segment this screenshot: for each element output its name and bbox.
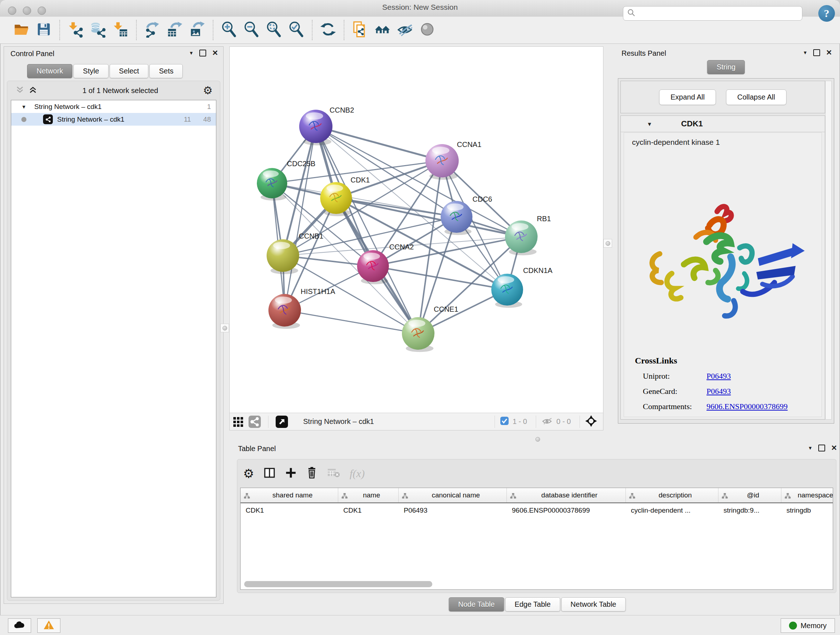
new-network-from-selection-button[interactable] xyxy=(349,19,371,41)
hidden-eye-icon[interactable] xyxy=(541,416,553,428)
zoom-out-button[interactable] xyxy=(240,19,263,41)
tab-string[interactable]: String xyxy=(707,60,745,74)
help-button[interactable]: ? xyxy=(818,5,835,22)
network-edge[interactable] xyxy=(316,126,442,161)
zoom-selected-button[interactable] xyxy=(285,19,308,41)
table-cell[interactable]: CDK1 xyxy=(338,503,399,518)
zoom-in-button[interactable] xyxy=(218,19,240,41)
hide-selection-button[interactable] xyxy=(393,19,416,41)
network-share-icon[interactable] xyxy=(246,415,263,429)
entry-collapse-icon[interactable]: ▼ xyxy=(647,121,652,127)
panel-close-icon[interactable]: ✕ xyxy=(826,50,832,55)
bottom-splitter-handle[interactable] xyxy=(534,435,542,443)
network-node-RB1[interactable]: RB1 xyxy=(505,215,551,255)
crosslink-link[interactable]: P06493 xyxy=(706,386,731,396)
tab-network[interactable]: Network xyxy=(27,64,73,78)
table-cell[interactable]: stringdb:9... xyxy=(718,503,782,518)
panel-float-icon[interactable] xyxy=(818,445,825,451)
open-in-window-icon[interactable] xyxy=(273,415,290,429)
show-columns-icon[interactable] xyxy=(264,467,276,480)
network-node-CCNE1[interactable]: CCNE1 xyxy=(402,305,458,352)
delete-columns-icon[interactable] xyxy=(306,467,317,480)
table-cell[interactable]: P06493 xyxy=(399,503,507,518)
results-scrollbar[interactable] xyxy=(825,81,832,420)
tab-sets[interactable]: Sets xyxy=(149,64,183,78)
search-field[interactable] xyxy=(623,6,802,21)
left-splitter-handle[interactable] xyxy=(220,324,229,333)
export-image-button[interactable] xyxy=(186,19,208,41)
show-all-button[interactable] xyxy=(416,19,439,41)
first-neighbors-button[interactable] xyxy=(371,19,393,41)
column-header-@id[interactable]: @id xyxy=(718,488,782,502)
collapse-all-networks-icon[interactable] xyxy=(28,85,38,96)
import-network-file-button[interactable] xyxy=(65,19,87,41)
right-splitter-handle[interactable] xyxy=(603,239,612,248)
panel-menu-icon[interactable]: ▼ xyxy=(808,445,813,451)
table-cell[interactable]: 9606.ENSP00000378699 xyxy=(507,503,626,518)
panel-close-icon[interactable]: ✕ xyxy=(212,50,218,56)
export-network-button[interactable] xyxy=(141,19,164,41)
import-network-database-button[interactable] xyxy=(87,19,109,41)
column-header-database-identifier[interactable]: database identifier xyxy=(507,488,626,502)
hidden-count: 0 - 0 xyxy=(556,417,571,426)
network-node-CCNA1[interactable]: CCNA1 xyxy=(425,141,482,180)
crosslink-link[interactable]: 9606.ENSP00000378699 xyxy=(706,402,788,411)
network-node-CCNB2[interactable]: CCNB2 xyxy=(299,106,354,145)
table-horizontal-scrollbar[interactable] xyxy=(244,581,432,587)
birds-eye-view-icon[interactable] xyxy=(585,415,597,429)
network-edge[interactable] xyxy=(373,237,521,266)
network-node-HIST1H1A[interactable]: HIST1H1A xyxy=(268,287,335,329)
network-node-CDKN1A[interactable]: CDKN1A xyxy=(491,266,553,308)
network-node-CDK1[interactable]: CDK1 xyxy=(320,176,370,216)
search-input[interactable] xyxy=(638,9,798,18)
import-table-button[interactable] xyxy=(109,19,132,41)
memory-button[interactable]: Memory xyxy=(781,618,835,633)
selected-checkbox[interactable] xyxy=(500,416,509,427)
apply-layout-button[interactable] xyxy=(317,19,339,41)
column-header-namespace[interactable]: namespace xyxy=(782,488,833,502)
network-edge[interactable] xyxy=(316,126,521,237)
panel-float-icon[interactable] xyxy=(199,50,206,57)
entry-header[interactable]: ▼ CDK1 xyxy=(621,116,825,132)
tab-network-table[interactable]: Network Table xyxy=(561,597,625,611)
panel-float-icon[interactable] xyxy=(813,49,820,56)
column-header-canonical-name[interactable]: canonical name xyxy=(399,488,507,502)
column-header-shared-name[interactable]: shared name xyxy=(240,488,338,502)
grid-view-icon[interactable] xyxy=(230,415,246,429)
tab-node-table[interactable]: Node Table xyxy=(449,597,504,611)
panel-menu-icon[interactable]: ▼ xyxy=(189,50,194,56)
tab-style[interactable]: Style xyxy=(73,64,108,78)
table-cell[interactable]: CDK1 xyxy=(240,503,338,518)
panel-menu-icon[interactable]: ▼ xyxy=(803,50,807,55)
open-session-button[interactable] xyxy=(10,19,33,41)
collapse-all-button[interactable]: Collapse All xyxy=(726,89,786,105)
network-edge[interactable] xyxy=(336,198,521,237)
network-edge[interactable] xyxy=(316,126,418,333)
panel-close-icon[interactable]: ✕ xyxy=(831,445,837,451)
network-edge[interactable] xyxy=(285,126,316,310)
create-column-icon[interactable] xyxy=(285,467,297,480)
crosslink-link[interactable]: P06493 xyxy=(706,371,731,381)
column-header-name[interactable]: name xyxy=(338,488,399,502)
column-header-label: @id xyxy=(747,491,759,499)
network-canvas[interactable]: CCNB2CCNA1CDC25BCDK1CDC6RB1CCNB1CCNA2CDK… xyxy=(230,47,603,413)
expand-all-networks-icon[interactable] xyxy=(15,85,25,96)
network-options-gear-icon[interactable]: ⚙ xyxy=(203,85,213,96)
export-table-button[interactable] xyxy=(164,19,186,41)
tab-select[interactable]: Select xyxy=(110,64,149,78)
network-collection-row[interactable]: ▼ String Network – cdk1 1 xyxy=(11,100,216,113)
zoom-fit-button[interactable] xyxy=(263,19,285,41)
expand-all-button[interactable]: Expand All xyxy=(659,89,716,105)
cloud-status-button[interactable] xyxy=(8,618,31,633)
tree-expander-icon[interactable]: ▼ xyxy=(21,104,27,110)
network-row[interactable]: String Network – cdk1 1148 xyxy=(11,113,216,126)
table-settings-gear-icon[interactable]: ⚙ xyxy=(243,467,254,480)
table-row[interactable]: CDK1CDK1P064939606.ENSP00000378699cyclin… xyxy=(240,503,833,518)
warning-status-button[interactable] xyxy=(37,618,60,633)
save-session-button[interactable] xyxy=(33,19,55,41)
tab-edge-table[interactable]: Edge Table xyxy=(505,597,560,611)
table-cell[interactable]: stringdb xyxy=(782,503,833,518)
table-cell[interactable]: cyclin-dependent ... xyxy=(626,503,718,518)
column-header-description[interactable]: description xyxy=(626,488,718,502)
network-view[interactable]: CCNB2CCNA1CDC25BCDK1CDC6RB1CCNB1CCNA2CDK… xyxy=(229,46,603,431)
